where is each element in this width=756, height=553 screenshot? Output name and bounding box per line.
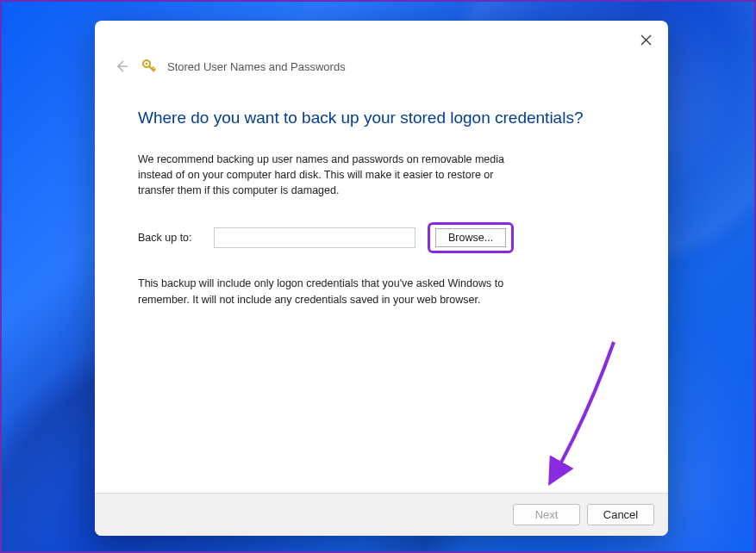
back-button <box>112 57 131 76</box>
svg-point-4 <box>146 63 148 65</box>
next-button[interactable]: Next <box>513 504 580 525</box>
key-icon <box>141 59 157 74</box>
close-icon <box>640 34 652 46</box>
svg-line-7 <box>153 69 156 71</box>
page-heading: Where do you want to back up your stored… <box>138 109 625 127</box>
back-arrow-icon <box>114 59 129 74</box>
svg-line-6 <box>152 67 154 70</box>
title-bar <box>95 21 668 57</box>
wizard-title: Stored User Names and Passwords <box>167 60 346 73</box>
dialog-content: Where do you want to back up your stored… <box>95 91 668 493</box>
backup-to-label: Back up to: <box>138 232 202 244</box>
wizard-header: Stored User Names and Passwords <box>95 57 668 91</box>
browse-button[interactable]: Browse... <box>435 228 506 247</box>
cancel-button[interactable]: Cancel <box>587 504 654 525</box>
dialog-footer: Next Cancel <box>95 493 668 536</box>
close-button[interactable] <box>634 28 658 52</box>
backup-path-row: Back up to: Browse... <box>138 222 625 253</box>
backup-path-input[interactable] <box>214 227 415 248</box>
backup-note: This backup will include only logon cred… <box>138 276 534 307</box>
description-text: We recommend backing up user names and p… <box>138 152 517 198</box>
backup-credentials-dialog: Stored User Names and Passwords Where do… <box>95 21 668 536</box>
annotation-highlight: Browse... <box>428 222 514 253</box>
